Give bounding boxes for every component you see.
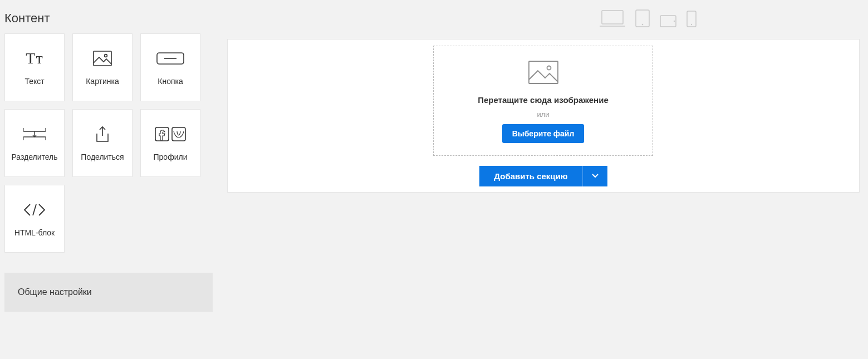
block-label: Поделиться	[81, 153, 124, 161]
svg-rect-17	[529, 61, 558, 83]
svg-rect-0	[602, 11, 623, 24]
sidebar: Тт Текст Картинка	[4, 31, 213, 359]
svg-rect-14	[155, 127, 169, 141]
block-share[interactable]: Поделиться	[72, 109, 133, 177]
image-dropzone[interactable]: Перетащите сюда изображение или Выберите…	[433, 46, 653, 156]
content-block-grid: Тт Текст Картинка	[4, 33, 213, 253]
choose-file-button[interactable]: Выберите файл	[502, 124, 585, 143]
dropzone-or-text: или	[537, 110, 549, 119]
svg-point-7	[691, 24, 692, 25]
block-label: Текст	[24, 77, 44, 86]
svg-rect-15	[172, 127, 185, 141]
phone-icon[interactable]	[686, 11, 697, 27]
block-image[interactable]: Картинка	[72, 33, 133, 101]
dropzone-title: Перетащите сюда изображение	[478, 95, 608, 105]
block-text[interactable]: Тт Текст	[4, 33, 65, 101]
svg-point-18	[547, 66, 551, 70]
svg-point-9	[105, 55, 107, 57]
block-label: HTML-блок	[14, 228, 55, 237]
block-label: Разделитель	[11, 153, 57, 161]
general-settings-label: Общие настройки	[18, 287, 92, 297]
device-switcher	[600, 9, 864, 27]
share-icon	[95, 125, 110, 144]
block-label: Картинка	[86, 77, 119, 86]
divider-icon	[23, 125, 46, 144]
tablet-landscape-icon[interactable]	[660, 15, 676, 27]
editor-canvas: Перетащите сюда изображение или Выберите…	[227, 39, 860, 193]
general-settings-button[interactable]: Общие настройки	[4, 273, 213, 312]
desktop-icon[interactable]	[600, 9, 625, 27]
code-icon	[22, 200, 47, 219]
block-label: Кнопка	[158, 77, 183, 86]
add-section-split-button: Добавить секцию	[479, 166, 607, 186]
chevron-down-icon	[591, 172, 599, 180]
block-profiles[interactable]: Профили	[140, 109, 200, 177]
block-divider[interactable]: Разделитель	[4, 109, 65, 177]
social-profiles-icon	[155, 125, 186, 144]
add-section-button[interactable]: Добавить секцию	[479, 166, 582, 186]
block-html[interactable]: HTML-блок	[4, 185, 65, 253]
block-label: Профили	[154, 153, 188, 161]
add-section-dropdown-button[interactable]	[583, 166, 607, 186]
page-title: Контент	[4, 11, 50, 26]
tablet-portrait-icon[interactable]	[635, 9, 650, 27]
image-placeholder-icon	[528, 61, 558, 86]
button-icon	[156, 49, 184, 68]
svg-rect-8	[94, 51, 111, 66]
svg-point-3	[642, 24, 644, 26]
block-button[interactable]: Кнопка	[140, 33, 200, 101]
svg-line-16	[33, 204, 36, 215]
image-icon	[93, 49, 112, 68]
svg-point-5	[674, 21, 675, 22]
text-icon: Тт	[26, 49, 43, 68]
